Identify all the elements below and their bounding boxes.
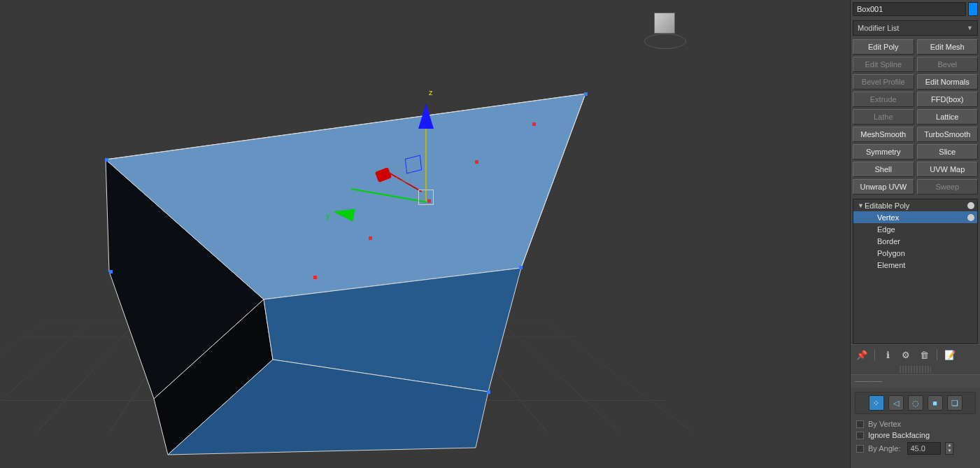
modifier-turbosmooth-button[interactable]: TurboSmooth xyxy=(917,127,979,142)
ignore-backfacing-label: Ignore Backfacing xyxy=(868,431,930,439)
stack-sub-polygon[interactable]: Polygon xyxy=(853,247,977,259)
modifier-edit-mesh-button[interactable]: Edit Mesh xyxy=(917,39,979,55)
stack-modifier-name: Editable Poly xyxy=(865,201,909,210)
ignore-backfacing-checkbox-row[interactable]: Ignore Backfacing xyxy=(855,430,976,441)
visibility-toggle-icon[interactable] xyxy=(967,214,974,221)
modifier-lathe-button: Lathe xyxy=(853,109,914,125)
stack-toolbar: 📌 ℹ ⚙ 🗑 📝 xyxy=(851,344,980,364)
edge-mode-button[interactable]: ◁ xyxy=(888,395,904,411)
viewcube[interactable] xyxy=(643,6,688,50)
vertex-mode-button[interactable]: ⁘ xyxy=(869,395,884,411)
modifier-edit-normals-button[interactable]: Edit Normals xyxy=(917,74,979,90)
modifier-bevel-button: Bevel xyxy=(917,57,979,72)
modifier-stack[interactable]: ▼ Editable Poly VertexEdgeBorderPolygonE… xyxy=(853,199,978,344)
vertex-marker[interactable] xyxy=(369,236,372,240)
by-angle-row[interactable]: By Angle: ▲▼ xyxy=(855,441,976,456)
chevron-down-icon: ▼ xyxy=(967,24,973,31)
gizmo-y-label: y xyxy=(326,211,330,220)
viewcube-cube[interactable] xyxy=(654,13,675,34)
border-mode-button[interactable]: ◌ xyxy=(908,395,923,411)
modifier-list-dropdown[interactable]: Modifier List ▼ xyxy=(853,20,978,36)
by-angle-label: By Angle: xyxy=(868,444,900,453)
viewport[interactable]: z y xyxy=(0,0,850,468)
gizmo-z-axis[interactable] xyxy=(425,118,427,201)
modifier-slice-button[interactable]: Slice xyxy=(917,144,979,159)
separator xyxy=(874,349,875,360)
vertex-marker[interactable] xyxy=(313,276,317,279)
vertex-corner[interactable] xyxy=(584,92,588,96)
checkbox-icon[interactable] xyxy=(856,445,864,453)
subobject-selector: ⁘ ◁ ◌ ■ ❏ xyxy=(855,392,976,414)
modifier-edit-poly-button[interactable]: Edit Poly xyxy=(853,39,914,55)
by-vertex-checkbox-row[interactable]: By Vertex xyxy=(855,418,976,430)
stack-modifier-row[interactable]: ▼ Editable Poly xyxy=(853,199,977,211)
remove-modifier-icon[interactable]: 🗑 xyxy=(918,349,930,360)
polygon-mode-button[interactable]: ■ xyxy=(928,395,943,411)
object-color-swatch[interactable] xyxy=(968,2,978,16)
command-panel: Modifier List ▼ Edit PolyEdit MeshEdit S… xyxy=(850,0,980,468)
modifier-bevel-profile-button: Bevel Profile xyxy=(853,74,914,90)
modifier-ffd-box--button[interactable]: FFD(box) xyxy=(917,92,979,107)
stack-sub-element[interactable]: Element xyxy=(853,259,977,271)
gizmo-screen-handle[interactable] xyxy=(418,190,434,205)
configure-sets-icon[interactable]: 📝 xyxy=(944,349,956,360)
modifier-extrude-button: Extrude xyxy=(853,92,914,107)
modifier-meshsmooth-button[interactable]: MeshSmooth xyxy=(853,127,914,142)
gizmo-z-label: z xyxy=(429,88,433,97)
rollout-drag-handle[interactable] xyxy=(900,366,931,373)
angle-spinner[interactable]: ▲▼ xyxy=(945,442,953,455)
show-end-result-icon[interactable]: ℹ xyxy=(882,349,893,360)
modifier-list-label: Modifier List xyxy=(858,24,899,32)
stack-sub-border[interactable]: Border xyxy=(853,235,977,247)
mesh-object[interactable] xyxy=(98,84,588,462)
selection-rollout: ⁘ ◁ ◌ ■ ❏ By Vertex Ignore Backfacing By… xyxy=(851,388,980,460)
modifier-sweep-button: Sweep xyxy=(917,179,979,194)
vertex-marker[interactable] xyxy=(532,122,536,126)
viewcube-compass[interactable] xyxy=(644,34,686,49)
modifier-lattice-button[interactable]: Lattice xyxy=(917,109,979,125)
vertex-corner[interactable] xyxy=(519,266,523,269)
vertex-corner[interactable] xyxy=(105,158,108,162)
expand-toggle-icon[interactable]: ▼ xyxy=(858,202,865,209)
visibility-toggle-icon[interactable] xyxy=(967,202,974,209)
checkbox-icon[interactable] xyxy=(856,420,864,428)
selection-rollout-header[interactable]: ───── xyxy=(851,374,980,388)
make-unique-icon[interactable]: ⚙ xyxy=(900,349,911,360)
separator xyxy=(937,349,937,360)
element-mode-button[interactable]: ❏ xyxy=(947,395,963,411)
gizmo-z-arrow[interactable] xyxy=(418,104,434,129)
modifier-button-grid: Edit PolyEdit MeshEdit SplineBevelBevel … xyxy=(851,38,980,196)
modifier-unwrap-uvw-button[interactable]: Unwrap UVW xyxy=(853,179,914,194)
pin-stack-icon[interactable]: 📌 xyxy=(856,349,867,360)
object-name-field[interactable] xyxy=(853,2,966,16)
modifier-uvw-map-button[interactable]: UVW Map xyxy=(917,162,979,177)
angle-value-field[interactable] xyxy=(907,442,941,455)
modifier-shell-button[interactable]: Shell xyxy=(853,162,914,177)
by-vertex-label: By Vertex xyxy=(868,420,901,428)
checkbox-icon[interactable] xyxy=(856,432,864,439)
vertex-corner[interactable] xyxy=(487,390,490,394)
stack-sub-vertex[interactable]: Vertex xyxy=(853,211,977,223)
stack-sub-edge[interactable]: Edge xyxy=(853,223,977,235)
vertex-corner[interactable] xyxy=(109,270,113,274)
modifier-edit-spline-button: Edit Spline xyxy=(853,57,914,72)
vertex-marker[interactable] xyxy=(475,160,478,164)
modifier-symmetry-button[interactable]: Symmetry xyxy=(853,144,914,159)
